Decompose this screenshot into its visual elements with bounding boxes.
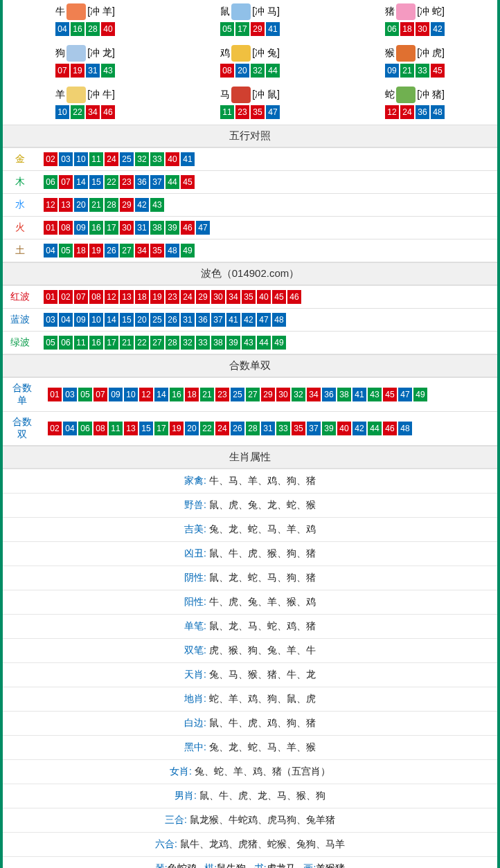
number-badge: 43 xyxy=(150,198,164,212)
number-badge: 41 xyxy=(181,152,195,166)
zodiac-icon xyxy=(396,3,416,20)
qqsh-value: 虎龙马 xyxy=(267,862,296,868)
number-badge: 10 xyxy=(124,388,138,401)
number-badge: 11 xyxy=(109,422,123,435)
prop-value: 鼠、龙、马、蛇、鸡、猪 xyxy=(209,620,316,631)
qqsh-value: 羊猴猪 xyxy=(316,862,345,868)
number-badge: 30 xyxy=(416,22,429,36)
number-badge: 41 xyxy=(352,388,366,401)
number-badge: 03 xyxy=(59,152,73,166)
data-row: 土04051819262734354849 xyxy=(3,239,497,262)
number-badge: 18 xyxy=(135,290,149,304)
prop-value: 兔、蛇、羊、鸡、猪（五宫肖） xyxy=(195,766,330,777)
wuxing-table: 金02031011242532334041木060714152223363744… xyxy=(3,147,497,262)
prop-row: 吉美: 兔、龙、蛇、马、羊、鸡 xyxy=(3,518,497,542)
prop-cell: 单笔: 鼠、龙、马、蛇、鸡、猪 xyxy=(3,615,497,639)
prop-value: 牛、虎、兔、羊、猴、鸡 xyxy=(209,596,316,607)
number-badge: 20 xyxy=(135,313,149,327)
number-badge: 29 xyxy=(261,388,275,401)
number-badge: 33 xyxy=(276,422,290,435)
number-badge: 44 xyxy=(266,64,280,78)
number-badge: 36 xyxy=(416,105,429,119)
row-label: 土 xyxy=(3,239,37,262)
qqsh-value: 鼠牛狗 xyxy=(217,862,246,868)
number-badge: 08 xyxy=(93,422,107,435)
number-badge: 23 xyxy=(215,388,229,401)
number-badge: 08 xyxy=(220,64,234,78)
number-badge: 45 xyxy=(431,64,445,78)
prop-key: 单笔: xyxy=(184,620,209,631)
number-badge: 16 xyxy=(89,221,103,235)
zodiac-name: 猴 xyxy=(385,47,395,60)
data-row: 金02031011242532334041 xyxy=(3,148,497,171)
row-values: 1213202128294243 xyxy=(37,194,497,217)
number-badge: 13 xyxy=(59,198,73,212)
zodiac-title: 马[冲 鼠] xyxy=(168,87,332,103)
zodiac-nums: 04162840 xyxy=(3,22,168,36)
prop-value: 鼠牛、龙鸡、虎猪、蛇猴、兔狗、马羊 xyxy=(180,838,345,849)
prop-value: 鼠龙猴、牛蛇鸡、虎马狗、兔羊猪 xyxy=(190,814,335,825)
zodiac-name: 马 xyxy=(220,89,230,101)
number-badge: 31 xyxy=(86,64,100,78)
zodiac-cell: 马[冲 鼠]11233547 xyxy=(168,83,332,125)
number-badge: 38 xyxy=(337,388,351,401)
number-badge: 06 xyxy=(385,22,399,36)
number-badge: 05 xyxy=(44,336,57,350)
number-badge: 35 xyxy=(251,105,265,119)
row-values: 0103050709101214161821232527293032343638… xyxy=(42,378,497,412)
prop-row: 双笔: 虎、猴、狗、兔、羊、牛 xyxy=(3,639,497,663)
number-badge: 27 xyxy=(246,388,260,401)
zodiac-nums: 12243648 xyxy=(332,105,497,119)
number-badge: 46 xyxy=(101,105,115,119)
row-values: 02031011242532334041 xyxy=(37,148,497,171)
number-badge: 05 xyxy=(78,388,92,401)
prop-row: 天肖: 兔、马、猴、猪、牛、龙 xyxy=(3,663,497,687)
prop-row: 白边: 鼠、牛、虎、鸡、狗、猪 xyxy=(3,712,497,736)
number-badge: 06 xyxy=(59,336,73,350)
zodiac-nums: 10223446 xyxy=(3,105,168,119)
number-badge: 02 xyxy=(48,422,62,435)
number-badge: 15 xyxy=(139,422,153,435)
prop-cell: 双笔: 虎、猴、狗、兔、羊、牛 xyxy=(3,639,497,663)
zodiac-icon xyxy=(231,87,251,103)
number-badge: 44 xyxy=(368,422,382,435)
zodiac-clash: [冲 兔] xyxy=(252,47,280,60)
number-badge: 11 xyxy=(74,336,88,350)
number-badge: 11 xyxy=(220,105,234,119)
zodiac-cell: 蛇[冲 猪]12243648 xyxy=(332,83,497,125)
number-badge: 24 xyxy=(215,422,229,435)
number-badge: 07 xyxy=(55,64,69,78)
number-badge: 25 xyxy=(150,313,164,327)
data-row: 火0108091617303138394647 xyxy=(3,217,497,239)
data-row: 木06071415222336374445 xyxy=(3,171,497,194)
prop-row: 阳性: 牛、虎、兔、羊、猴、鸡 xyxy=(3,590,497,615)
number-badge: 17 xyxy=(154,422,168,435)
number-badge: 12 xyxy=(105,290,118,304)
number-badge: 08 xyxy=(89,290,103,304)
number-badge: 32 xyxy=(251,64,265,78)
number-badge: 01 xyxy=(44,290,57,304)
row-values: 03040910141520252631363741424748 xyxy=(37,309,497,332)
number-badge: 44 xyxy=(257,336,271,350)
prop-cell: 男肖: 鼠、牛、虎、龙、马、猴、狗 xyxy=(3,784,497,808)
row-label: 合数单 xyxy=(3,378,42,412)
number-badge: 36 xyxy=(196,313,210,327)
zodiac-icon xyxy=(66,87,86,103)
zodiac-cell: 猴[冲 虎]09213345 xyxy=(332,42,497,83)
row-label: 木 xyxy=(3,171,37,194)
number-badge: 27 xyxy=(120,244,134,257)
number-badge: 07 xyxy=(59,175,73,189)
number-badge: 11 xyxy=(89,152,103,166)
number-badge: 08 xyxy=(59,221,73,235)
zodiac-clash: [冲 羊] xyxy=(87,6,115,18)
number-badge: 48 xyxy=(272,313,286,327)
prop-key: 家禽: xyxy=(184,475,209,486)
number-badge: 32 xyxy=(292,388,305,401)
number-badge: 17 xyxy=(235,22,249,36)
number-badge: 36 xyxy=(135,175,149,189)
number-badge: 03 xyxy=(44,313,57,327)
number-badge: 44 xyxy=(166,175,179,189)
number-badge: 14 xyxy=(105,313,118,327)
number-badge: 26 xyxy=(105,244,118,257)
number-badge: 13 xyxy=(124,422,138,435)
